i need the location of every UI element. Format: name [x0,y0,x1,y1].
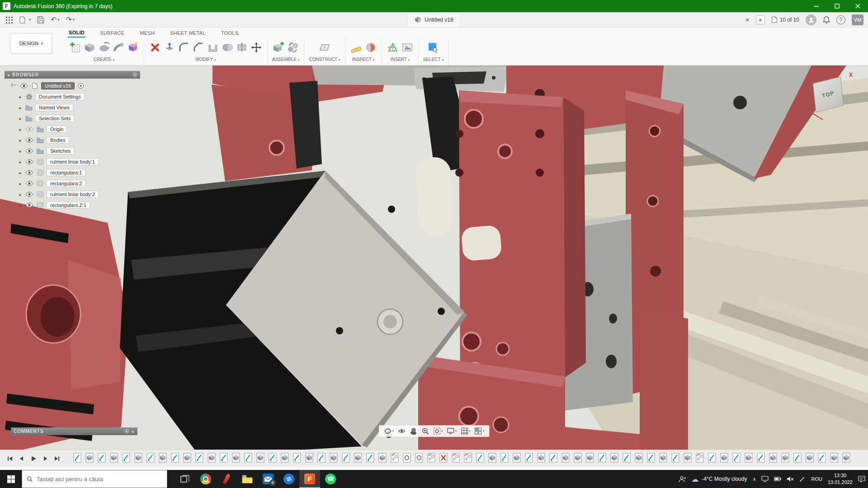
timeline-sketch-feature-icon[interactable] [269,453,277,465]
group-dropdown-construct[interactable]: CONSTRUCT▾ [309,57,340,62]
expand-arrow-icon[interactable]: ▸ [18,170,23,175]
comments-options-icon[interactable] [124,429,129,434]
step-forward-icon[interactable] [42,455,49,462]
timeline-extrude-feature-icon[interactable] [830,453,838,465]
create-box-icon[interactable] [83,41,96,54]
tab-tools[interactable]: TOOLS [220,29,240,37]
timeline-sketch-feature-icon[interactable] [525,453,533,465]
timeline-extrude-feature-icon[interactable] [842,453,850,465]
file-explorer-taskbar-icon[interactable] [237,470,258,488]
fillet-icon[interactable] [178,41,190,54]
timeline-sketch-feature-icon[interactable] [818,453,826,465]
timeline-sketch-feature-icon[interactable] [476,453,484,465]
browser-item-label[interactable]: Named Views [35,104,73,111]
expand-arrow-icon[interactable]: ▸ [18,127,23,132]
timeline-sketch-feature-icon[interactable] [623,453,631,465]
timeline-hole-feature-icon[interactable] [415,453,423,465]
construct-plane-icon[interactable] [318,41,331,54]
tab-sheet-metal[interactable]: SHEET METAL [169,29,207,37]
canvas-icon[interactable] [401,41,414,54]
job-status-icon[interactable] [806,14,816,25]
app-grid-icon[interactable] [5,16,13,23]
expand-arrow-icon[interactable]: ▸ [18,192,23,197]
maximize-button[interactable] [826,0,847,12]
timeline-extrude-feature-icon[interactable] [330,453,338,465]
collapse-panel-icon[interactable]: ◂ [7,73,10,77]
group-dropdown-inspect[interactable]: INSPECT▾ [352,57,375,62]
expand-arrow-icon[interactable]: ▸ [18,160,23,164]
timeline-extrude-feature-icon[interactable] [85,453,94,465]
expand-arrow-icon[interactable]: ▸ [18,149,23,154]
save-icon[interactable] [37,16,44,23]
create-sweep-icon[interactable] [112,41,125,54]
visibility-eye-icon[interactable] [25,127,34,132]
timeline-extrude-feature-icon[interactable] [574,453,582,465]
timeline-extrude-feature-icon[interactable] [281,453,289,465]
action-center-icon[interactable] [858,476,865,483]
timeline-extrude-feature-icon[interactable] [513,453,521,465]
visibility-eye-icon[interactable] [25,137,34,143]
battery-icon[interactable] [774,477,781,481]
viewcube-top-face[interactable]: TOP [813,76,844,113]
timeline-extrude-feature-icon[interactable] [659,453,667,465]
zoom-icon[interactable] [421,427,429,435]
hidden-icons-chevron[interactable]: ∧ [752,476,756,482]
start-button[interactable] [0,470,22,488]
timeline-extrude-feature-icon[interactable] [183,453,191,465]
browser-item-label[interactable]: rectangulara:1 [47,169,85,176]
clock[interactable]: 13:30 13.01.2022 [828,472,853,486]
timeline-sketch-feature-icon[interactable] [549,453,557,465]
section-analysis-icon[interactable] [364,41,377,54]
create-sketch-icon[interactable] [69,41,81,54]
timeline-extrude-feature-icon[interactable] [378,453,387,465]
timeline-sketch-feature-icon[interactable] [317,453,326,465]
timeline-sketch-feature-icon[interactable] [98,453,106,465]
look-at-icon[interactable] [397,427,406,435]
browser-item-label[interactable]: rectangulara:2 [47,180,85,187]
timeline-extrude-feature-icon[interactable] [537,453,545,465]
help-icon[interactable]: ? [836,15,845,24]
undo-icon[interactable]: ↶▾ [51,15,59,24]
fit-icon[interactable]: ▾ [433,427,443,435]
browser-item-label[interactable]: Bodies [47,136,69,144]
visibility-eye-icon[interactable] [25,170,34,175]
timeline-sketch-feature-icon[interactable] [757,453,765,465]
timeline-extrude-feature-icon[interactable] [354,453,362,465]
timeline-sketch-feature-icon[interactable] [342,453,350,465]
timeline-sketch-feature-icon[interactable] [647,453,655,465]
remove-red-x-icon[interactable] [149,41,161,54]
version-indicator[interactable]: 10 of 10 [771,16,799,23]
outlook-taskbar-icon[interactable]: 6 [258,470,278,488]
browser-item-label[interactable]: Document Settings [35,93,85,100]
sync-blue-taskbar-icon[interactable] [278,470,299,488]
expand-arrow-icon[interactable]: ▸ [18,181,23,186]
pan-icon[interactable] [409,427,417,435]
step-back-icon[interactable] [18,455,25,462]
timeline-sketch-feature-icon[interactable] [171,453,179,465]
timeline-sketch-feature-icon[interactable] [366,453,374,465]
comments-expand-icon[interactable]: ▸ [132,429,135,434]
taskbar-search[interactable] [22,470,167,488]
timeline-extrude-feature-icon[interactable] [134,453,142,465]
timeline-sketch-feature-icon[interactable] [732,453,741,465]
expand-arrow-icon[interactable]: ▸ [18,94,23,99]
timeline-extrude-feature-icon[interactable] [720,453,728,465]
timeline-extrude-feature-icon[interactable] [806,453,814,465]
timeline-extrude-feature-icon[interactable] [781,453,789,465]
move-icon[interactable] [250,41,263,54]
language-indicator[interactable]: ROU [811,476,822,482]
timeline-sketch-feature-icon[interactable] [220,453,228,465]
user-initials-badge[interactable]: VM [852,14,863,25]
panel-options-icon[interactable] [132,72,137,77]
people-icon[interactable] [678,476,686,483]
browser-item-label[interactable]: rulment liniar body:1 [47,158,99,165]
timeline-extrude-feature-icon[interactable] [586,453,594,465]
timeline-extrude-feature-icon[interactable] [232,453,240,465]
group-dropdown-select[interactable]: SELECT▾ [423,57,443,62]
close-tab-icon[interactable]: × [745,16,750,23]
close-button[interactable] [847,0,868,12]
expand-arrow-icon[interactable]: ▸ [18,203,23,208]
press-pull-icon[interactable] [163,41,176,54]
timeline-sketch-feature-icon[interactable] [73,453,81,465]
timeline-extrude-feature-icon[interactable] [110,453,118,465]
